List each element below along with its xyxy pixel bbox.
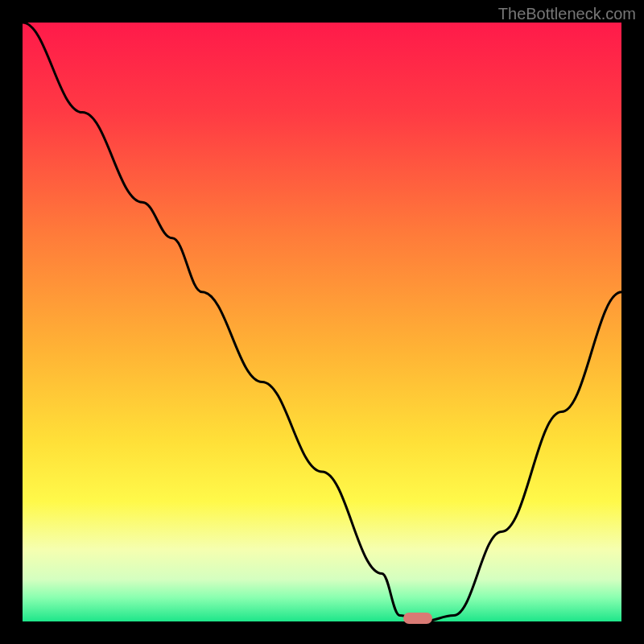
- optimal-marker: [403, 613, 432, 624]
- chart-area: [23, 23, 621, 621]
- chart-curve: [23, 23, 621, 621]
- watermark-text: TheBottleneck.com: [498, 5, 636, 23]
